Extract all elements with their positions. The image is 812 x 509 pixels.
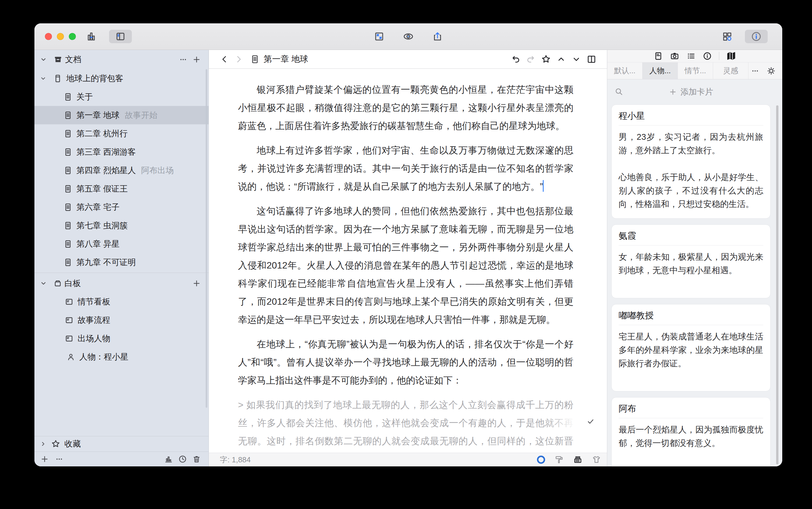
more-icon[interactable] — [55, 455, 64, 464]
eye-icon — [403, 31, 414, 42]
tree-item-title: 第一章 地球 — [76, 110, 120, 121]
whiteboard-item-label: 人物：程小星 — [79, 351, 128, 363]
export-button[interactable] — [426, 30, 449, 43]
gear-icon[interactable] — [767, 66, 776, 76]
zoom-button[interactable] — [69, 33, 76, 40]
tree-item-chapter[interactable]: 第三章 西湖游客 — [34, 143, 209, 161]
character-card[interactable]: 嘟嘟教授 宅王星人，伪装成普通老人在地球生活多年的外星科学家，业余为来地球的星际… — [611, 304, 771, 392]
tree-item-chapter[interactable]: 第七章 虫洞簇 — [34, 216, 209, 235]
chevron-right-icon — [39, 440, 47, 448]
statistics-icon[interactable] — [164, 455, 173, 464]
fullscreen-button[interactable] — [368, 30, 391, 43]
app-window: 文档 地球上的背包客 关于 第一章 地球 故事开始 — [34, 23, 782, 466]
tab-default[interactable]: 默认... — [607, 63, 642, 79]
tree-item-chapter-selected[interactable]: 第一章 地球 故事开始 — [34, 106, 209, 124]
tree-item-chapter[interactable]: 第八章 异星 — [34, 235, 209, 253]
more-icon[interactable] — [179, 55, 188, 64]
star-icon[interactable] — [541, 54, 551, 64]
document-icon — [64, 148, 72, 157]
inspector-button[interactable] — [745, 30, 768, 43]
focus-mode-icon[interactable] — [537, 455, 545, 464]
editor-content[interactable]: 银河系猎户臂旋某个偏远的位置有一颗亮黄色的小恒星，在茫茫宇宙中这颗小恒星极不起眼… — [209, 69, 607, 466]
whiteboard-item-character[interactable]: 人物：程小星 — [34, 348, 209, 366]
tab-characters[interactable]: 人物... — [642, 63, 678, 79]
undo-icon[interactable] — [511, 54, 521, 64]
add-icon[interactable] — [192, 279, 201, 288]
back-icon[interactable] — [220, 55, 229, 64]
editor-document-title: 第一章 地球 — [264, 54, 308, 65]
whiteboard-item[interactable]: 故事流程 — [34, 311, 209, 329]
tab-plot[interactable]: 情节... — [678, 63, 713, 79]
tree-item-title: 第六章 宅子 — [76, 202, 120, 213]
minimize-button[interactable] — [57, 33, 64, 40]
note-card-icon[interactable] — [654, 52, 663, 61]
library-button[interactable] — [80, 30, 103, 43]
chevron-up-icon[interactable] — [556, 54, 566, 64]
tree-item-title: 地球上的背包客 — [66, 73, 123, 84]
tree-item-chapter[interactable]: 第五章 假证王 — [34, 179, 209, 198]
card-title: 嘟嘟教授 — [619, 309, 763, 322]
word-count: 字: 1,884 — [220, 455, 251, 465]
tree-item-chapter[interactable]: 第四章 烈焰星人 阿布出场 — [34, 161, 209, 179]
character-card[interactable]: 阿布 最后一个烈焰星人，因为孤独而极度忧郁，觉得一切都没有意义。 — [611, 397, 771, 466]
sidebar-section-documents[interactable]: 文档 — [34, 50, 209, 69]
tree-item-chapter[interactable]: 第九章 不可证明 — [34, 253, 209, 271]
tree-item-title: 第四章 烈焰星人 — [76, 165, 136, 176]
editor-statusbar: 字: 1,884 — [209, 453, 607, 466]
trash-icon[interactable] — [192, 455, 201, 464]
tree-item-book-root[interactable]: 地球上的背包客 — [34, 69, 209, 88]
tree-item-chapter[interactable]: 关于 — [34, 88, 209, 106]
book-icon — [53, 74, 62, 83]
desktop: { "titlebar": { "traffic_lights": ["clos… — [0, 0, 812, 509]
tab-inspiration[interactable]: 灵感 — [713, 63, 748, 79]
outline-list-icon[interactable] — [686, 52, 696, 61]
sidebar-scrollbar[interactable] — [206, 69, 208, 408]
card-view-button[interactable] — [716, 30, 738, 43]
close-button[interactable] — [45, 33, 52, 40]
cards-grid-icon — [722, 31, 732, 42]
document-icon — [64, 129, 72, 138]
add-card-row[interactable]: 添加卡片 — [611, 79, 771, 104]
cards-list: 添加卡片 程小星 男，23岁，实习记者，因为去杭州旅游，意外踏上了太空旅行。 心… — [607, 79, 782, 466]
editor-toolbar: 第一章 地球 — [209, 50, 607, 69]
theme-shirt-icon[interactable] — [592, 455, 601, 464]
history-clock-icon[interactable] — [178, 455, 187, 464]
search-icon[interactable] — [614, 87, 624, 96]
paragraph[interactable]: 这句话赢得了许多地球人的赞同，但他们依然热爱旅行，其中也包括那位最早说出这句话的… — [238, 202, 574, 329]
add-card-label: 添加卡片 — [680, 87, 713, 98]
whiteboard-item[interactable]: 情节看板 — [34, 293, 209, 311]
library-icon — [86, 31, 97, 42]
chevron-down-icon[interactable] — [571, 54, 581, 64]
sidebar-section-favorites[interactable]: 收藏 — [34, 436, 209, 451]
typewriter-icon[interactable] — [573, 455, 583, 464]
map-cards-icon[interactable] — [726, 51, 736, 61]
paragraph[interactable]: 地球上有过许多哲学家，他们对宇宙、生命以及万事万物做过无数深邃的思考，并说过许多… — [238, 141, 574, 196]
document-icon — [250, 55, 260, 64]
inspector-panel: 默认... 人物... 情节... 灵感 添加卡片 程小星 — [607, 50, 782, 466]
split-view-icon[interactable] — [587, 54, 596, 64]
sidebar-toggle-button[interactable] — [109, 30, 132, 43]
tree-item-title: 第九章 不可证明 — [76, 257, 136, 268]
chevron-down-icon — [39, 75, 47, 82]
divider — [34, 273, 209, 273]
redo-icon[interactable] — [526, 54, 536, 64]
tree-item-chapter[interactable]: 第六章 宅子 — [34, 198, 209, 216]
more-icon[interactable] — [751, 67, 760, 75]
add-icon[interactable] — [192, 55, 201, 64]
paragraph[interactable]: 银河系猎户臂旋某个偏远的位置有一颗亮黄色的小恒星，在茫茫宇宙中这颗小恒星极不起眼… — [238, 80, 574, 135]
sidebar-section-whiteboard[interactable]: 白板 — [34, 274, 209, 293]
tree-item-title: 关于 — [76, 91, 93, 102]
camera-icon[interactable] — [670, 52, 679, 61]
sidebar-section-label: 收藏 — [65, 438, 81, 449]
add-icon[interactable] — [40, 455, 49, 464]
character-card[interactable]: 氨霞 女，年龄未知，极紫星人，因为观光来到地球，无意中与程小星相遇。 — [611, 225, 771, 298]
character-card[interactable]: 程小星 男，23岁，实习记者，因为去杭州旅游，意外踏上了太空旅行。 心地善良，乐… — [611, 104, 771, 218]
tree-item-chapter[interactable]: 第二章 杭州行 — [34, 124, 209, 143]
forward-icon[interactable] — [234, 55, 243, 64]
info-circle-icon[interactable] — [703, 52, 712, 61]
paint-roller-icon[interactable] — [554, 455, 564, 464]
panel-scrollbar[interactable] — [776, 105, 778, 464]
whiteboard-item[interactable]: 出场人物 — [34, 329, 209, 348]
preview-button[interactable] — [397, 30, 420, 43]
paragraph[interactable]: 在地球上，“你真无聊”被认为是一句极为伤人的话，排名仅次于“你是一个好人”和“哦… — [238, 335, 574, 389]
